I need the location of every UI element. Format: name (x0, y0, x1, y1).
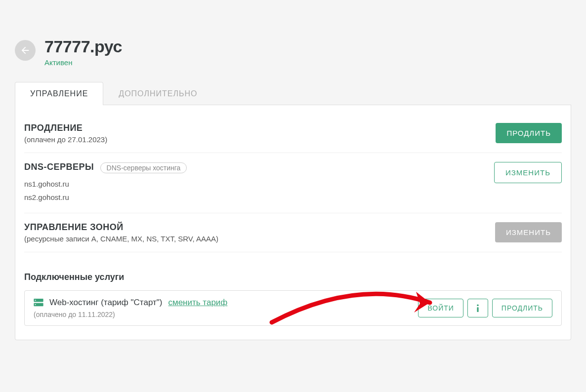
back-button[interactable] (15, 40, 36, 61)
main-panel: ПРОДЛЕНИЕ (оплачен до 27.01.2023) ПРОДЛИ… (15, 105, 571, 340)
service-item: Web-хостинг (тариф "Старт") сменить тари… (24, 290, 562, 326)
dns-change-button[interactable]: ИЗМЕНИТЬ (494, 162, 562, 183)
dns-title: DNS-СЕРВЕРЫ (24, 162, 94, 172)
tabs: УПРАВЛЕНИЕ ДОПОЛНИТЕЛЬНО (15, 81, 571, 105)
svg-rect-5 (477, 307, 478, 312)
renew-button[interactable]: ПРОДЛИТЬ (496, 123, 562, 143)
dns-section: DNS-СЕРВЕРЫ DNS-серверы хостинга ns1.goh… (24, 153, 562, 213)
renewal-title: ПРОДЛЕНИЕ (24, 123, 83, 133)
dns-badge: DNS-серверы хостинга (100, 162, 187, 173)
service-paid-until: (оплачено до 11.11.2022) (34, 311, 227, 318)
info-icon (476, 304, 479, 312)
arrow-left-icon (20, 45, 31, 56)
renewal-section: ПРОДЛЕНИЕ (оплачен до 27.01.2023) ПРОДЛИ… (24, 119, 562, 153)
service-name: Web-хостинг (тариф "Старт") (49, 298, 162, 308)
service-renew-button[interactable]: ПРОДЛИТЬ (492, 299, 552, 317)
tab-management[interactable]: УПРАВЛЕНИЕ (15, 82, 103, 105)
renewal-paid-until: (оплачен до 27.01.2023) (24, 135, 496, 144)
zone-change-button: ИЗМЕНИТЬ (495, 222, 562, 242)
svg-point-4 (477, 304, 479, 306)
tab-additional[interactable]: ДОПОЛНИТЕЛЬНО (103, 82, 212, 105)
domain-title: 77777.рус (44, 37, 122, 56)
svg-point-3 (35, 304, 36, 305)
service-info-button[interactable] (467, 299, 488, 317)
hosting-icon (34, 299, 43, 307)
connected-services-title: Подключенные услуги (24, 272, 562, 282)
ns-server-2: ns2.gohost.ru (24, 191, 494, 204)
zone-title: УПРАВЛЕНИЕ ЗОНОЙ (24, 222, 124, 233)
change-tariff-link[interactable]: сменить тариф (168, 298, 227, 308)
service-login-button[interactable]: ВОЙТИ (418, 299, 463, 317)
zone-section: УПРАВЛЕНИЕ ЗОНОЙ (ресурсные записи A, CN… (24, 213, 562, 252)
zone-subtitle: (ресурсные записи A, CNAME, MX, NS, TXT,… (24, 235, 495, 243)
status-badge: Активен (44, 58, 122, 67)
svg-point-2 (35, 300, 36, 301)
ns-server-1: ns1.gohost.ru (24, 177, 494, 191)
